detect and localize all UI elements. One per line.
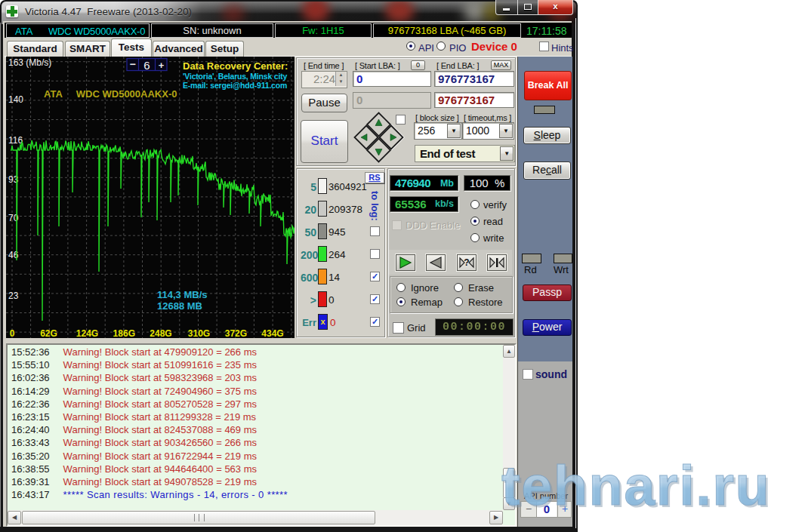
svg-text:140: 140: [8, 94, 23, 105]
svg-text:12688 MB: 12688 MB: [157, 300, 202, 312]
svg-text:ATA WDC WD5000AAKX-0: ATA WDC WD5000AAKX-0: [44, 88, 177, 100]
svg-text:6: 6: [143, 59, 150, 72]
svg-text:'Victoria', Belarus, Minsk cit: 'Victoria', Belarus, Minsk city: [183, 72, 287, 81]
svg-text:434G: 434G: [261, 328, 283, 338]
svg-text:114,3 MB/s: 114,3 MB/s: [157, 289, 208, 300]
svg-text:Data Recovery Center:: Data Recovery Center:: [183, 60, 288, 72]
svg-text:62G: 62G: [40, 328, 57, 338]
svg-text:−: −: [129, 58, 135, 70]
svg-text:+: +: [159, 60, 165, 71]
svg-text:248G: 248G: [150, 328, 171, 338]
svg-text:E-mail: sergei@hdd-911.com: E-mail: sergei@hdd-911.com: [183, 81, 287, 90]
svg-text:186G: 186G: [113, 328, 135, 338]
svg-text:?: ?: [464, 257, 469, 268]
svg-text:372G: 372G: [225, 328, 247, 338]
svg-text:310G: 310G: [188, 328, 210, 338]
svg-text:124G: 124G: [76, 328, 98, 338]
svg-text:23: 23: [8, 291, 19, 301]
svg-text:0: 0: [10, 328, 15, 338]
svg-text:163 (Mb/s): 163 (Mb/s): [8, 57, 51, 68]
